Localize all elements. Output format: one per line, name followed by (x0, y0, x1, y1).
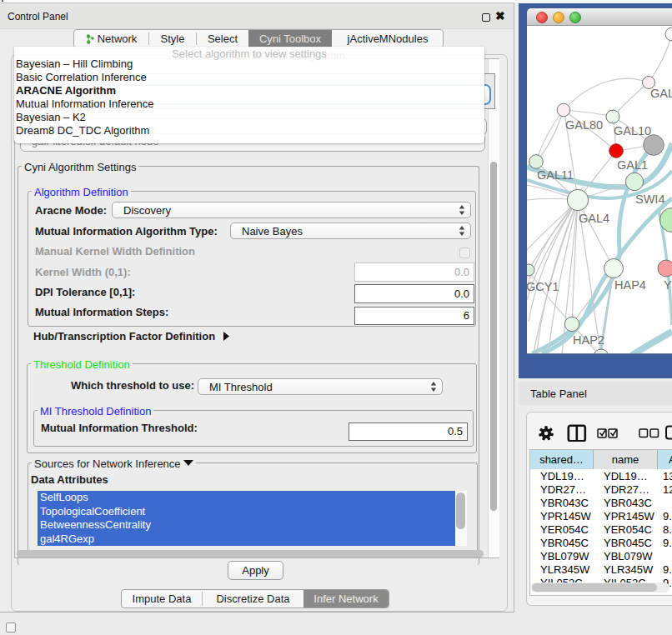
svg-text:GAL4: GAL4 (579, 212, 609, 225)
svg-text:GAL1: GAL1 (617, 158, 648, 172)
svg-text:GAL: GAL (650, 87, 672, 100)
svg-text:HAP2: HAP2 (573, 333, 604, 347)
svg-text:SWI4: SWI4 (635, 192, 664, 206)
svg-text:HAP4: HAP4 (614, 278, 646, 292)
svg-text:GAL10: GAL10 (614, 124, 651, 138)
svg-text:GAL80: GAL80 (565, 118, 603, 132)
svg-text:GCY1: GCY1 (527, 280, 559, 293)
svg-text:Y: Y (664, 278, 672, 292)
svg-text:GAL11: GAL11 (537, 168, 574, 182)
